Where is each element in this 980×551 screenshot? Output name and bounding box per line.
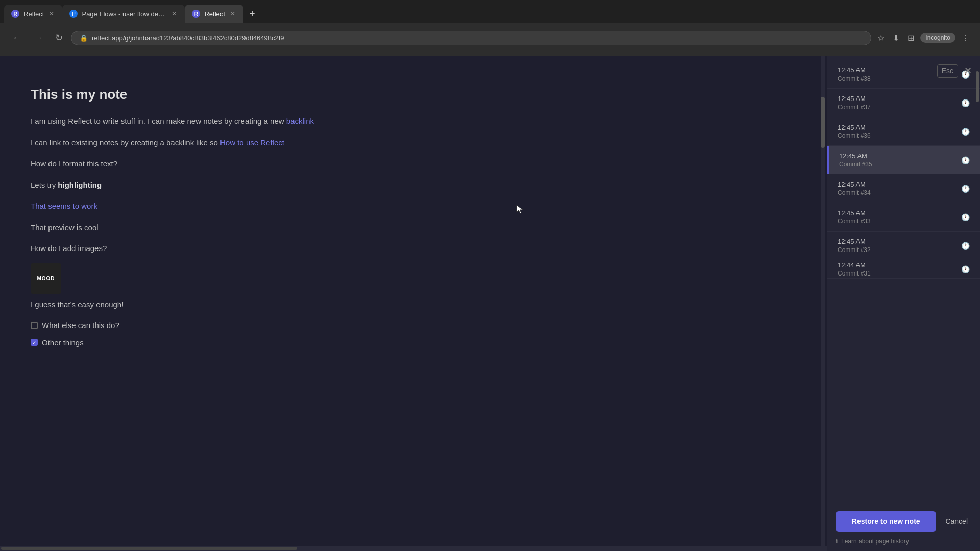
history-time-37: 12:45 AM <box>838 95 961 103</box>
history-item-31[interactable]: 12:44 AM Commit #31 🕐 <box>827 260 980 279</box>
note-para-3: How do I format this text? <box>31 157 786 170</box>
address-bar[interactable]: 🔒 reflect.app/g/johnbarad123/ab840cf83b3… <box>71 31 871 45</box>
extensions-button[interactable]: ⊞ <box>905 31 916 45</box>
tab-reflect-2[interactable]: R Reflect ✕ <box>185 5 243 23</box>
history-clock-icon-33: 🕐 <box>961 213 970 221</box>
lock-icon: 🔒 <box>80 34 88 42</box>
history-commit-31: Commit #31 <box>838 270 961 277</box>
note-hscroll-thumb[interactable] <box>1 547 297 550</box>
history-item-info-35: 12:45 AM Commit #35 <box>839 152 961 168</box>
overlay-controls: Esc ✕ <box>937 64 972 78</box>
note-para-5: That seems to work <box>31 199 786 213</box>
history-item-36[interactable]: 12:45 AM Commit #36 🕐 <box>827 117 980 146</box>
history-time-36: 12:45 AM <box>838 123 961 131</box>
note-hscroll-bar[interactable] <box>0 546 827 551</box>
note-para-8: I guess that’s easy enough! <box>31 298 786 311</box>
tab-close-pageflows[interactable]: ✕ <box>170 9 178 18</box>
history-scrollbar[interactable] <box>976 56 979 510</box>
history-item-34[interactable]: 12:45 AM Commit #34 🕐 <box>827 174 980 203</box>
note-inner: This is my note I am using Reflect to wr… <box>0 56 827 551</box>
nav-bar: ← → ↻ 🔒 reflect.app/g/johnbarad123/ab840… <box>0 23 980 52</box>
history-item-33[interactable]: 12:45 AM Commit #33 🕐 <box>827 203 980 232</box>
bookmark-button[interactable]: ☆ <box>875 31 887 45</box>
checkbox-2[interactable]: ✓ <box>31 339 38 346</box>
history-time-34: 12:45 AM <box>838 181 961 188</box>
highlighting-bold: highlighting <box>58 181 102 189</box>
tab-label-reflect-1: Reflect <box>23 10 44 18</box>
history-scroll-thumb[interactable] <box>976 71 979 102</box>
checkbox-item-1: What else can this do? <box>31 319 786 332</box>
esc-button[interactable]: Esc <box>937 64 958 78</box>
history-panel: Esc ✕ 12:45 AM Commit #38 🕐 12:45 AM Com… <box>827 56 980 551</box>
history-item-info-36: 12:45 AM Commit #36 <box>838 123 961 139</box>
history-commit-37: Commit #37 <box>838 104 961 111</box>
checkbox-label-2: Other things <box>42 336 84 349</box>
reflect-favicon-2: R <box>192 10 200 18</box>
how-to-use-reflect-link[interactable]: How to use Reflect <box>220 138 284 147</box>
history-item-37[interactable]: 12:45 AM Commit #37 🕐 <box>827 89 980 117</box>
lets-try-text: Lets try <box>31 181 58 189</box>
history-item-info-31: 12:44 AM Commit #31 <box>838 261 961 277</box>
checkbox-label-1: What else can this do? <box>42 319 119 332</box>
history-commit-35: Commit #35 <box>839 161 961 168</box>
tab-label-pageflows: Page Flows - user flow design ... <box>82 10 166 18</box>
back-button[interactable]: ← <box>8 31 26 45</box>
new-tab-button[interactable]: + <box>246 7 259 21</box>
history-list: 12:45 AM Commit #38 🕐 12:45 AM Commit #3… <box>827 56 980 505</box>
checkmark-icon: ✓ <box>32 340 37 345</box>
incognito-badge: Incognito <box>920 33 955 43</box>
history-time-33: 12:45 AM <box>838 209 961 217</box>
note-scrollbar[interactable] <box>821 56 825 551</box>
checkbox-item-2: ✓ Other things <box>31 336 786 349</box>
history-item-32[interactable]: 12:45 AM Commit #32 🕐 <box>827 232 980 260</box>
browser-chrome: R Reflect ✕ P Page Flows - user flow des… <box>0 0 980 56</box>
learn-link[interactable]: ℹ Learn about page history <box>836 538 972 545</box>
main-content: This is my note I am using Reflect to wr… <box>0 56 980 551</box>
address-text: reflect.app/g/johnbarad123/ab840cf83b3f4… <box>92 34 863 42</box>
history-item-info-34: 12:45 AM Commit #34 <box>838 181 961 196</box>
note-scroll-thumb[interactable] <box>821 97 825 148</box>
history-item-35[interactable]: 12:45 AM Commit #35 🕐 <box>827 146 980 174</box>
history-item-info-32: 12:45 AM Commit #32 <box>838 238 961 254</box>
menu-button[interactable]: ⋮ <box>960 31 972 45</box>
history-time-31: 12:44 AM <box>838 261 961 269</box>
history-clock-icon-32: 🕐 <box>961 242 970 250</box>
note-para-1: I am using Reflect to write stuff in. I … <box>31 115 786 128</box>
tab-reflect-1[interactable]: R Reflect ✕ <box>4 5 62 23</box>
history-commit-36: Commit #36 <box>838 132 961 139</box>
tab-close-reflect-2[interactable]: ✕ <box>229 9 236 18</box>
tab-pageflows[interactable]: P Page Flows - user flow design ... ✕ <box>62 5 185 23</box>
pageflows-favicon: P <box>69 10 78 18</box>
history-commit-33: Commit #33 <box>838 218 961 225</box>
history-time-35: 12:45 AM <box>839 152 961 160</box>
refresh-button[interactable]: ↻ <box>51 30 67 45</box>
history-item-info-37: 12:45 AM Commit #37 <box>838 95 961 111</box>
history-commit-34: Commit #34 <box>838 189 961 196</box>
tab-close-reflect-1[interactable]: ✕ <box>48 9 55 18</box>
note-para-4: Lets try highlighting <box>31 179 786 192</box>
history-actions: Restore to new note Cancel <box>836 511 972 532</box>
reflect-favicon-1: R <box>11 10 19 18</box>
note-body: I am using Reflect to write stuff in. I … <box>31 115 786 349</box>
close-overlay-button[interactable]: ✕ <box>964 65 972 77</box>
history-clock-icon-37: 🕐 <box>961 99 970 107</box>
tab-label-reflect-2: Reflect <box>204 10 225 18</box>
note-title: This is my note <box>31 87 786 103</box>
that-seems-link[interactable]: That seems to work <box>31 202 97 210</box>
para-1-text-before: I am using Reflect to write stuff in. I … <box>31 117 286 126</box>
restore-button[interactable]: Restore to new note <box>836 511 936 532</box>
note-para-2: I can link to existing notes by creating… <box>31 136 786 149</box>
forward-button[interactable]: → <box>30 31 47 45</box>
checkbox-1[interactable] <box>31 322 38 329</box>
history-time-32: 12:45 AM <box>838 238 961 245</box>
history-footer: Restore to new note Cancel ℹ Learn about… <box>827 505 980 551</box>
cancel-button[interactable]: Cancel <box>941 511 972 532</box>
info-icon: ℹ <box>836 538 838 545</box>
backlink-link[interactable]: backlink <box>286 117 314 126</box>
learn-label: Learn about page history <box>841 538 909 545</box>
note-panel: This is my note I am using Reflect to wr… <box>0 56 827 551</box>
history-clock-icon-31: 🕐 <box>961 265 970 273</box>
history-clock-icon-34: 🕐 <box>961 185 970 193</box>
nav-actions: ☆ ⬇ ⊞ Incognito ⋮ <box>875 31 972 45</box>
download-button[interactable]: ⬇ <box>891 31 901 45</box>
